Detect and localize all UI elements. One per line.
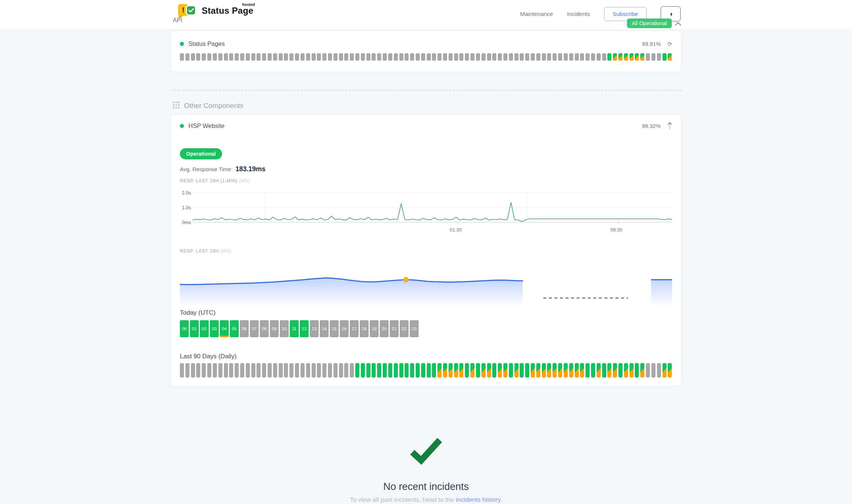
uptime-bar[interactable] <box>465 53 469 61</box>
uptime-bar[interactable] <box>301 363 305 378</box>
uptime-bar[interactable] <box>487 53 491 61</box>
uptime-bar[interactable] <box>207 53 211 61</box>
hour-block[interactable]: 11 <box>290 320 299 337</box>
uptime-bar[interactable] <box>317 363 321 378</box>
uptime-bar[interactable] <box>514 363 519 378</box>
uptime-bar[interactable] <box>361 363 365 378</box>
uptime-bar[interactable] <box>618 53 623 61</box>
uptime-bar[interactable] <box>503 53 507 61</box>
uptime-bar[interactable] <box>482 363 486 378</box>
uptime-bar[interactable] <box>185 53 189 61</box>
hour-block[interactable]: 03 <box>210 320 219 337</box>
uptime-bar[interactable] <box>459 363 463 378</box>
uptime-bar[interactable] <box>575 363 579 378</box>
uptime-bar[interactable] <box>383 363 387 378</box>
uptime-bar[interactable] <box>569 53 573 61</box>
uptime-bar[interactable] <box>235 363 239 378</box>
uptime-bar[interactable] <box>289 363 293 378</box>
uptime-bar[interactable] <box>470 53 474 61</box>
uptime-bar[interactable] <box>405 363 409 378</box>
uptime-bar[interactable] <box>564 363 568 378</box>
uptime-bar[interactable] <box>322 53 326 61</box>
uptime-bar[interactable] <box>607 53 611 61</box>
uptime-bar[interactable] <box>597 363 601 378</box>
uptime-bar[interactable] <box>536 363 540 378</box>
uptime-bar[interactable] <box>635 53 639 61</box>
uptime-bar[interactable] <box>602 363 606 378</box>
uptime-bar[interactable] <box>306 53 310 61</box>
uptime-bar[interactable] <box>465 363 469 378</box>
uptime-bar[interactable] <box>558 53 562 61</box>
uptime-bar[interactable] <box>449 53 453 61</box>
trend-up-icon[interactable] <box>667 122 672 130</box>
uptime-bar[interactable] <box>224 363 228 378</box>
nav-maintenance[interactable]: Maintenance <box>520 11 553 17</box>
uptime-bar[interactable] <box>520 363 524 378</box>
uptime-bar[interactable] <box>443 53 447 61</box>
uptime-bar[interactable] <box>618 363 623 378</box>
uptime-bar[interactable] <box>591 363 595 378</box>
hour-block[interactable]: 00 <box>180 320 189 337</box>
uptime-bar[interactable] <box>487 363 491 378</box>
uptime-bar[interactable] <box>580 363 584 378</box>
uptime-bar[interactable] <box>564 53 568 61</box>
uptime-bar[interactable] <box>482 53 486 61</box>
uptime-bar[interactable] <box>553 53 557 61</box>
uptime-bar[interactable] <box>410 363 414 378</box>
hour-block[interactable]: 07 <box>250 320 259 337</box>
uptime-bar[interactable] <box>586 53 590 61</box>
uptime-bar-strip[interactable] <box>180 53 672 61</box>
hour-block[interactable]: 02 <box>200 320 209 337</box>
uptime-bar[interactable] <box>399 53 403 61</box>
uptime-bar[interactable] <box>663 53 667 61</box>
uptime-bar[interactable] <box>213 363 217 378</box>
collapse-chevron-icon[interactable] <box>675 21 681 27</box>
uptime-bar[interactable] <box>498 363 502 378</box>
uptime-bar[interactable] <box>421 53 425 61</box>
uptime-bar[interactable] <box>509 363 513 378</box>
uptime-bar[interactable] <box>416 53 420 61</box>
uptime-bar[interactable] <box>355 53 359 61</box>
uptime-bar[interactable] <box>613 363 617 378</box>
hour-block[interactable]: 16 <box>340 320 349 337</box>
uptime-bar[interactable] <box>547 363 551 378</box>
uptime-bar[interactable] <box>459 53 463 61</box>
uptime-bar[interactable] <box>295 363 299 378</box>
nav-incidents[interactable]: Incidents <box>567 11 590 17</box>
uptime-bar[interactable] <box>437 53 442 61</box>
hour-block[interactable]: 08 <box>260 320 269 337</box>
uptime-bar[interactable] <box>377 53 381 61</box>
hour-block[interactable]: 12 <box>300 320 309 337</box>
uptime-bar[interactable] <box>366 363 370 378</box>
uptime-bar[interactable] <box>229 363 233 378</box>
uptime-bar[interactable] <box>597 53 601 61</box>
uptime-bar[interactable] <box>262 53 266 61</box>
uptime-bar[interactable] <box>328 363 332 378</box>
uptime-bar[interactable] <box>443 363 447 378</box>
uptime-bar[interactable] <box>624 363 628 378</box>
uptime-bar[interactable] <box>651 53 655 61</box>
uptime-bar[interactable] <box>394 363 398 378</box>
uptime-bar[interactable] <box>635 363 639 378</box>
uptime-bar[interactable] <box>284 363 288 378</box>
uptime-bar[interactable] <box>531 363 535 378</box>
uptime-bar[interactable] <box>421 363 425 378</box>
uptime-bar[interactable] <box>394 53 398 61</box>
uptime-bar[interactable] <box>514 53 519 61</box>
uptime-bar[interactable] <box>668 53 672 61</box>
uptime-bar[interactable] <box>284 53 288 61</box>
uptime-bar[interactable] <box>432 53 436 61</box>
uptime-bar[interactable] <box>180 53 184 61</box>
uptime-bar[interactable] <box>586 363 590 378</box>
uptime-bar[interactable] <box>196 53 200 61</box>
uptime-bar[interactable] <box>492 363 496 378</box>
uptime-bar[interactable] <box>580 53 584 61</box>
uptime-bar[interactable] <box>657 363 661 378</box>
uptime-bar[interactable] <box>646 363 650 378</box>
uptime-bar[interactable] <box>246 363 250 378</box>
uptime-bar[interactable] <box>640 363 644 378</box>
uptime-bar[interactable] <box>437 363 442 378</box>
uptime-bar[interactable] <box>427 363 431 378</box>
hour-block[interactable]: 10 <box>280 320 289 337</box>
uptime-bar[interactable] <box>251 53 255 61</box>
